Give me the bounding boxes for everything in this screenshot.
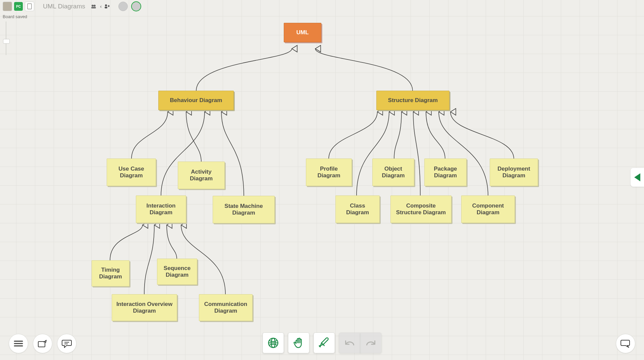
draw-tool-button[interactable] [314, 332, 335, 353]
svg-point-1 [92, 5, 94, 7]
node-composite-structure-diagram[interactable]: Composite Structure Diagram [390, 195, 451, 223]
node-uml[interactable]: UML [284, 23, 321, 42]
chevrons-left-icon[interactable]: ‹‹ [100, 4, 100, 9]
node-structure-diagram[interactable]: Structure Diagram [376, 91, 449, 110]
export-icon [38, 340, 48, 348]
collaborators-icon[interactable] [91, 4, 97, 9]
top-bar: PC UML Diagrams ‹‹ [3, 1, 141, 11]
navigator-button[interactable] [263, 332, 284, 353]
zoom-slider-thumb[interactable] [3, 39, 10, 44]
node-interaction-overview-diagram[interactable]: Interaction Overview Diagram [112, 294, 177, 321]
node-sequence-diagram[interactable]: Sequence Diagram [157, 259, 197, 285]
undo-button[interactable] [339, 332, 361, 353]
node-timing-diagram[interactable]: Timing Diagram [92, 260, 129, 286]
speech-bubble-icon [621, 339, 631, 348]
undo-icon [344, 339, 356, 347]
redo-button[interactable] [361, 332, 382, 353]
page-icon [27, 3, 32, 9]
node-interaction-diagram[interactable]: Interaction Diagram [136, 195, 186, 223]
node-object-diagram[interactable]: Object Diagram [372, 159, 414, 186]
workspace-pc-tab[interactable]: PC [14, 2, 23, 11]
node-activity-diagram[interactable]: Activity Diagram [178, 162, 225, 189]
collaborator-avatar-2[interactable] [131, 1, 141, 11]
play-left-icon [634, 173, 640, 181]
new-board-tab[interactable] [25, 2, 34, 11]
presentation-tab[interactable] [631, 168, 644, 187]
globe-icon [268, 337, 279, 349]
node-deployment-diagram[interactable]: Deployment Diagram [490, 159, 538, 186]
board-title[interactable]: UML Diagrams [43, 3, 85, 10]
svg-point-4 [105, 4, 107, 6]
add-user-icon[interactable] [104, 4, 110, 9]
collaborator-avatar-1[interactable] [118, 2, 128, 11]
node-package-diagram[interactable]: Package Diagram [424, 159, 467, 186]
node-state-machine-diagram[interactable]: State Machine Diagram [213, 196, 275, 223]
svg-rect-5 [105, 7, 107, 8]
redo-icon [365, 339, 377, 347]
pan-tool-button[interactable] [288, 332, 310, 353]
node-class-diagram[interactable]: Class Diagram [335, 195, 380, 223]
pencil-icon [318, 337, 330, 349]
workspace-avatar-tab[interactable] [3, 2, 12, 11]
node-behaviour-diagram[interactable]: Behaviour Diagram [158, 91, 234, 110]
node-component-diagram[interactable]: Component Diagram [461, 195, 515, 223]
svg-point-2 [94, 5, 96, 7]
svg-rect-0 [28, 4, 32, 9]
chat-icon [62, 339, 72, 348]
export-button[interactable] [33, 334, 52, 353]
zoom-slider[interactable] [4, 21, 8, 55]
node-communication-diagram[interactable]: Communication Diagram [199, 294, 253, 321]
save-status: Board saved [3, 14, 27, 19]
hand-icon [293, 337, 305, 349]
menu-button[interactable] [9, 334, 28, 353]
node-profile-diagram[interactable]: Profile Diagram [306, 159, 352, 186]
node-use-case-diagram[interactable]: Use Case Diagram [107, 159, 156, 186]
hamburger-icon [14, 340, 23, 347]
feedback-button[interactable] [616, 334, 635, 353]
comments-button[interactable] [57, 334, 76, 353]
svg-rect-3 [91, 7, 96, 8]
